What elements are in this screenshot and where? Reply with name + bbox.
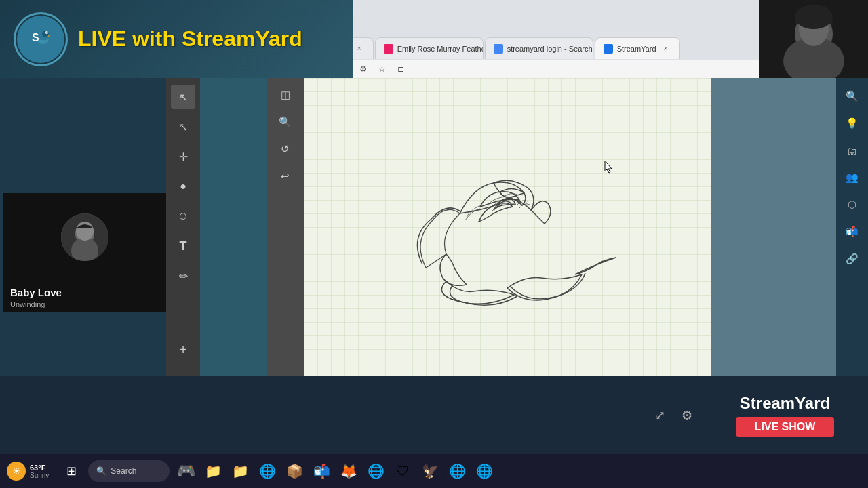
sy-link-icon[interactable]: 🔗 — [841, 247, 864, 270]
camera-silhouette — [760, 0, 868, 78]
promo-title: StreamYard — [740, 394, 830, 413]
star-icon[interactable]: ☆ — [374, 62, 389, 77]
tab-label-2: Emily Rose Murray Feather S... — [397, 45, 484, 53]
text-tool[interactable]: T — [171, 234, 195, 258]
camera-feed — [760, 0, 868, 78]
taskbar-app-firefox[interactable]: 🦊 — [336, 459, 361, 483]
taskbar-app-edge[interactable]: 🌐 — [363, 459, 388, 483]
share-icon[interactable]: ⊏ — [393, 62, 408, 77]
taskbar-apps: 🎮 📁 📁 🌐 📦 📬 🦊 🌐 🛡 🦅 🌐 🌐 — [174, 459, 861, 483]
target-tool[interactable]: ✛ — [171, 144, 195, 169]
tab-close-4[interactable]: × — [660, 43, 671, 54]
participant-card: Baby Love Unwinding — [3, 193, 166, 312]
color-tool[interactable]: ✏ — [171, 264, 195, 288]
avatar-svg — [61, 214, 108, 261]
banner-title-text: LIVE with StreamYard — [78, 26, 302, 51]
taskbar-app-hawk[interactable]: 🦅 — [418, 459, 442, 483]
taskbar: ☀ 63°F Sunny ⊞ 🔍 Search 🎮 📁 📁 🌐 📦 📬 🦊 🌐 … — [0, 454, 868, 488]
settings-icon[interactable]: ⚙ — [355, 62, 370, 77]
svg-point-4 — [47, 32, 48, 33]
taskbar-app-folder[interactable]: 📁 — [201, 459, 225, 483]
taskbar-app-shield[interactable]: 🛡 — [391, 459, 415, 483]
sy-people-icon[interactable]: 👥 — [841, 166, 864, 189]
mouse-cursor — [602, 159, 616, 178]
streamyard-right-icons: 🔍 💡 🗂 👥 ⬡ 📬 🔗 + — [836, 78, 868, 410]
logo-inner: S — [17, 16, 64, 63]
participant-avatar — [61, 214, 108, 261]
participant-subtitle: Unwinding — [3, 300, 166, 308]
weather-widget: ☀ 63°F Sunny — [7, 462, 49, 481]
taskbar-app-chrome[interactable]: 🌐 — [445, 459, 469, 483]
emoji-tool[interactable]: ☺ — [171, 204, 195, 228]
layers-btn[interactable]: ◫ — [274, 83, 297, 106]
right-panel-area — [711, 78, 836, 410]
weather-info: 63°F Sunny — [30, 464, 49, 479]
sy-comments-icon[interactable]: 📬 — [841, 220, 864, 243]
expand-button[interactable]: ⤢ — [650, 405, 670, 426]
weather-icon: ☀ — [7, 462, 26, 481]
tab-favicon-3 — [494, 44, 503, 54]
weather-desc: Sunny — [30, 472, 49, 479]
sy-brand-icon[interactable]: 💡 — [841, 112, 864, 135]
circle-tool[interactable]: ● — [171, 174, 195, 199]
search-label: Search — [111, 466, 136, 476]
streamyard-promo: StreamYard LIVE SHOW — [702, 376, 868, 454]
windows-start-button[interactable]: ⊞ — [58, 458, 84, 484]
taskbar-search[interactable]: 🔍 Search — [88, 460, 170, 482]
select-tool[interactable]: ↖ — [171, 85, 195, 109]
drawing-canvas[interactable] — [304, 78, 711, 413]
sy-search-icon[interactable]: 🔍 — [841, 85, 864, 108]
live-banner: S LIVE with StreamYard — [0, 0, 353, 78]
taskbar-app-browser[interactable]: 🌐 — [255, 459, 279, 483]
taskbar-app-colorful[interactable]: 🎮 — [174, 459, 198, 483]
streamyard-bottom-bar: ⤢ ⚙ — [0, 376, 711, 454]
banner-title: LIVE with StreamYard — [78, 27, 302, 51]
tab-close-1[interactable]: × — [354, 43, 365, 54]
back-btn[interactable]: ↩ — [274, 165, 297, 188]
tab-favicon-2 — [384, 44, 393, 54]
tab-2[interactable]: Emily Rose Murray Feather S... × — [375, 37, 484, 59]
camera-preview — [760, 0, 868, 78]
tab-favicon-4 — [604, 44, 613, 54]
promo-live-label: LIVE SHOW — [736, 417, 835, 437]
tab-3[interactable]: streamyard login - Search × — [485, 37, 593, 59]
taskbar-app-extra[interactable]: 🌐 — [472, 459, 496, 483]
search-btn[interactable]: 🔍 — [274, 110, 297, 134]
sy-media-icon[interactable]: 🗂 — [841, 139, 864, 162]
avatar-image — [61, 214, 108, 261]
undo-btn[interactable]: ↺ — [274, 138, 297, 161]
rose-sketch — [406, 146, 623, 315]
taskbar-app-folder2[interactable]: 📁 — [228, 459, 252, 483]
svg-text:S: S — [32, 32, 39, 43]
add-tool[interactable]: + — [171, 338, 195, 362]
taskbar-app-box[interactable]: 📦 — [282, 459, 307, 483]
svg-point-2 — [42, 30, 49, 37]
duck-logo-svg: S — [24, 22, 58, 56]
taskbar-app-mail[interactable]: 📬 — [309, 459, 334, 483]
tab-label-4: StreamYard — [617, 45, 656, 53]
bottom-bar-controls: ⤢ ⚙ — [650, 405, 697, 426]
tab-label-3: streamyard login - Search — [507, 45, 593, 53]
crop-tool[interactable]: ⤡ — [171, 115, 195, 139]
browser-tabs: Sh... × Emily Rose Murray Feather S... ×… — [312, 37, 680, 59]
right-panel-tools: ◫ 🔍 ↺ ↩ — [267, 78, 304, 410]
weather-temp: 63°F — [30, 464, 49, 472]
search-icon: 🔍 — [96, 466, 106, 476]
participant-name: Baby Love — [3, 287, 166, 298]
streamyard-logo: S — [14, 12, 68, 66]
bottom-settings-button[interactable]: ⚙ — [677, 405, 697, 426]
tab-4[interactable]: StreamYard × — [595, 37, 680, 59]
sy-overlay-icon[interactable]: ⬡ — [841, 193, 864, 216]
